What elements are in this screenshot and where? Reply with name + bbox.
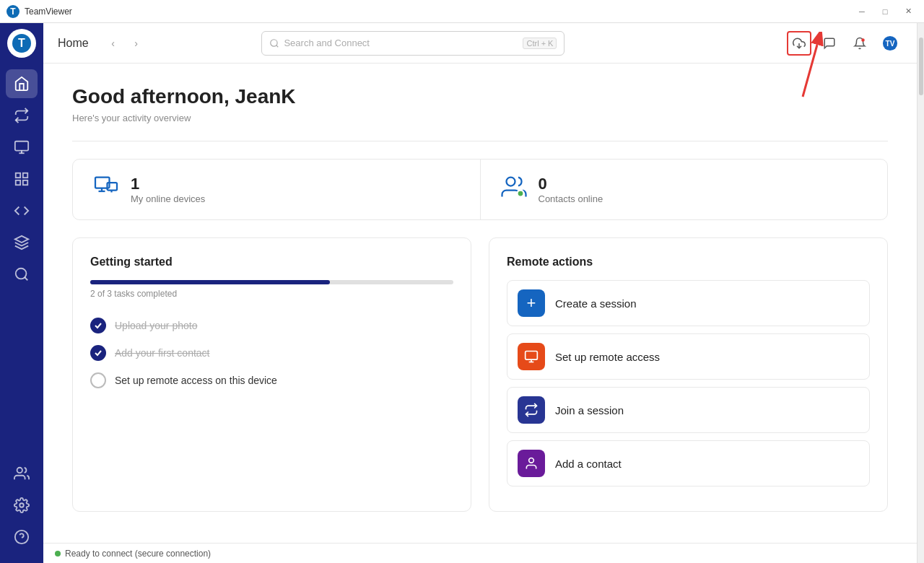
task-label-access: Set up remote access on this device [115, 375, 277, 386]
bell-icon [853, 37, 866, 50]
search-placeholder: Search and Connect [284, 38, 370, 48]
task-item-access[interactable]: Set up remote access on this device [90, 367, 453, 394]
contacts-icon [501, 174, 527, 205]
main-content: Good afternoon, JeanK Here's your activi… [43, 64, 917, 543]
svg-text:TV: TV [886, 39, 895, 47]
svg-point-20 [861, 38, 865, 42]
remote-actions-card: Remote actions + Create a session [489, 237, 888, 512]
svg-point-17 [271, 39, 277, 45]
forward-button[interactable]: › [126, 33, 147, 53]
action-join-session-label: Join a session [555, 404, 624, 416]
task-check-access [90, 372, 106, 388]
svg-point-11 [16, 269, 27, 279]
titlebar-title: TeamViewer [25, 6, 852, 17]
sidebar-item-people[interactable] [6, 459, 38, 488]
sidebar-bottom [6, 459, 38, 563]
devices-icon [93, 174, 119, 205]
svg-rect-7 [16, 173, 20, 178]
back-button[interactable]: ‹ [103, 33, 123, 53]
stat-contacts-value: 0 [539, 175, 603, 193]
close-button[interactable]: ✕ [898, 4, 918, 19]
app-container: T [0, 23, 924, 563]
sidebar-item-settings[interactable] [6, 491, 38, 520]
bottom-row: Getting started 2 of 3 tasks completed U… [72, 237, 888, 512]
status-text: Ready to connect (secure connection) [65, 549, 211, 559]
stat-devices-info: 1 My online devices [131, 175, 205, 204]
action-add-contact[interactable]: Add a contact [507, 440, 870, 486]
stat-contacts-online: 0 Contacts online [480, 160, 888, 219]
svg-rect-10 [23, 180, 27, 185]
sidebar-item-audit[interactable] [6, 260, 38, 289]
task-label-photo: Upload your photo [115, 320, 197, 331]
progress-text: 2 of 3 tasks completed [90, 289, 453, 299]
svg-point-14 [19, 503, 24, 507]
statusbar: Ready to connect (secure connection) [43, 543, 917, 563]
app-logo: T [6, 4, 20, 19]
titlebar-controls: ─ □ ✕ [852, 4, 918, 19]
sidebar-item-remote[interactable] [6, 101, 38, 130]
search-icon [269, 38, 279, 48]
content-area: Home ‹ › Search and Connect Ctrl + K [43, 23, 917, 563]
task-item-contact[interactable]: Add your first contact [90, 339, 453, 367]
stats-row: 1 My online devices [72, 159, 888, 220]
action-setup-remote-label: Set up remote access [555, 351, 660, 363]
sidebar-item-home[interactable] [6, 69, 38, 98]
task-label-contact: Add your first contact [115, 347, 210, 359]
svg-line-12 [25, 277, 27, 280]
red-arrow-annotation [745, 32, 832, 104]
stat-devices-value: 1 [131, 175, 205, 193]
sidebar-logo: T [7, 29, 36, 58]
profile-button[interactable]: TV [878, 31, 902, 56]
divider [72, 141, 888, 141]
profile-icon: TV [882, 35, 898, 51]
progress-bar-bg [90, 280, 453, 284]
action-join-session[interactable]: Join a session [507, 387, 870, 433]
action-create-session-label: Create a session [555, 297, 637, 310]
join-session-icon [518, 396, 545, 424]
sidebar-item-help[interactable] [6, 523, 38, 551]
sidebar: T [0, 23, 43, 563]
svg-text:T: T [10, 6, 16, 17]
svg-rect-32 [526, 352, 538, 360]
titlebar: T TeamViewer ─ □ ✕ [0, 0, 924, 23]
stat-contacts-info: 0 Contacts online [539, 175, 603, 204]
stat-online-devices: 1 My online devices [73, 160, 480, 219]
search-bar[interactable]: Search and Connect Ctrl + K [261, 31, 565, 56]
scrollbar-thumb[interactable] [919, 38, 923, 95]
search-shortcut: Ctrl + K [523, 38, 557, 49]
sidebar-item-devices[interactable] [6, 133, 38, 162]
header-nav: ‹ › [103, 33, 147, 53]
page-title: Home [58, 37, 89, 50]
svg-point-35 [529, 458, 534, 463]
status-indicator [55, 551, 61, 557]
minimize-button[interactable]: ─ [852, 4, 872, 19]
setup-remote-icon [518, 343, 545, 370]
task-item-photo[interactable]: Upload your photo [90, 312, 453, 339]
svg-rect-4 [15, 141, 28, 151]
create-session-icon: + [518, 289, 545, 317]
svg-point-30 [506, 178, 515, 186]
sidebar-item-code[interactable] [6, 196, 38, 225]
svg-text:T: T [18, 37, 25, 49]
sidebar-item-augmented[interactable] [6, 228, 38, 257]
action-setup-remote[interactable]: Set up remote access [507, 333, 870, 380]
getting-started-card: Getting started 2 of 3 tasks completed U… [72, 237, 471, 512]
maximize-button[interactable]: □ [875, 4, 895, 19]
svg-point-13 [17, 468, 22, 473]
scrollbar[interactable] [917, 23, 924, 563]
subtitle-text: Here's your activity overview [72, 113, 888, 123]
stat-devices-label: My online devices [131, 193, 205, 204]
task-check-photo [90, 318, 106, 333]
action-add-contact-label: Add a contact [555, 458, 622, 470]
task-check-contact [90, 345, 106, 361]
svg-point-31 [517, 191, 523, 197]
svg-rect-9 [16, 180, 20, 185]
svg-line-18 [276, 45, 279, 47]
stat-contacts-label: Contacts online [539, 193, 603, 204]
add-contact-icon [518, 450, 545, 477]
sidebar-item-list[interactable] [6, 165, 38, 193]
action-create-session[interactable]: + Create a session [507, 280, 870, 326]
svg-rect-8 [23, 173, 27, 178]
remote-actions-title: Remote actions [507, 256, 870, 269]
notification-button[interactable] [847, 31, 872, 56]
